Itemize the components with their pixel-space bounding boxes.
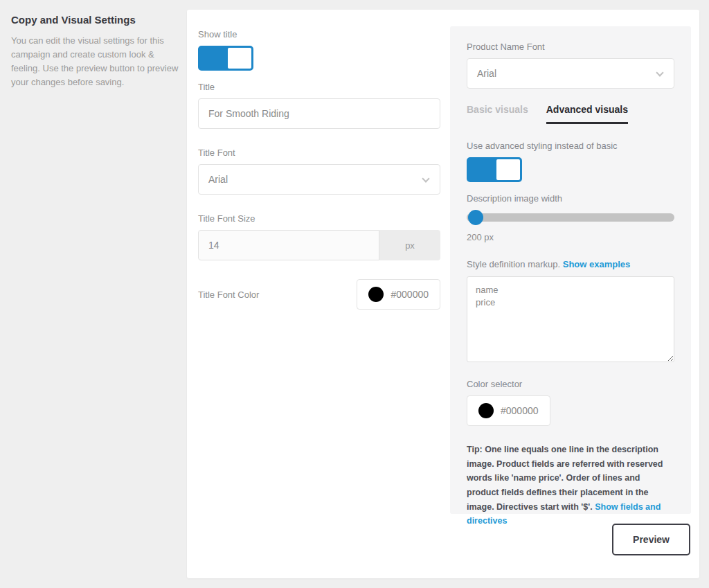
visuals-tabs: Basic visuals Advanced visuals [467, 104, 674, 124]
markup-label: Style definition markup. [467, 259, 560, 269]
advanced-visuals-panel: Product Name Font Arial Basic visuals Ad… [450, 26, 691, 514]
title-font-color-value: #000000 [391, 289, 429, 300]
title-font-color-picker[interactable]: #000000 [357, 279, 440, 310]
show-examples-link[interactable]: Show examples [563, 259, 631, 269]
tip-prefix: Tip: [467, 445, 483, 454]
description-image-width-label: Description image width [467, 193, 674, 204]
product-name-font-selected-value: Arial [477, 68, 496, 79]
intro-section: Copy and Visual Settings You can edit th… [11, 14, 181, 90]
title-font-color-row: Title Font Color #000000 [198, 279, 440, 310]
chevron-down-icon [422, 175, 429, 182]
slider-handle[interactable] [468, 210, 483, 225]
title-font-size-label: Title Font Size [198, 213, 440, 224]
tip-text: Tip: One line equals one line in the des… [467, 443, 674, 528]
title-font-selected-value: Arial [208, 174, 228, 185]
color-selector-picker[interactable]: #000000 [467, 395, 550, 426]
tab-advanced-visuals[interactable]: Advanced visuals [546, 104, 628, 124]
markup-textarea[interactable]: name price [467, 276, 674, 362]
page-title: Copy and Visual Settings [11, 14, 181, 26]
description-image-width-value: 200 px [467, 232, 674, 242]
color-selector-value: #000000 [501, 405, 539, 416]
product-name-font-select[interactable]: Arial [467, 58, 674, 89]
settings-card: Show title Title Title Font Arial Title … [187, 10, 699, 578]
title-font-label: Title Font [198, 148, 440, 158]
title-font-select[interactable]: Arial [198, 164, 440, 195]
title-font-size-unit: px [379, 230, 440, 260]
left-form-column: Show title Title Title Font Arial Title … [198, 29, 440, 310]
page-description: You can edit the visual settings for thi… [11, 34, 181, 90]
advanced-styling-toggle[interactable] [467, 157, 522, 182]
color-swatch-icon [478, 403, 494, 418]
toggle-knob [496, 159, 520, 180]
markup-label-row: Style definition markup. Show examples [467, 259, 674, 269]
chevron-down-icon [656, 69, 663, 76]
title-input[interactable] [198, 98, 440, 129]
advanced-styling-label: Use advanced styling instead of basic [467, 141, 674, 151]
product-name-font-label: Product Name Font [467, 42, 674, 52]
color-selector-label: Color selector [467, 379, 674, 389]
tab-basic-visuals[interactable]: Basic visuals [467, 104, 528, 124]
title-label: Title [198, 82, 440, 92]
title-font-size-input[interactable] [198, 230, 379, 260]
slider-track[interactable] [467, 213, 674, 222]
show-title-toggle[interactable] [198, 46, 253, 71]
title-font-color-label: Title Font Color [198, 289, 259, 300]
toggle-knob [228, 48, 251, 69]
title-font-size-control: px [198, 230, 440, 260]
preview-button[interactable]: Preview [612, 524, 690, 555]
color-swatch-icon [368, 287, 384, 302]
show-title-label: Show title [198, 29, 440, 39]
description-image-width-slider[interactable] [467, 210, 674, 225]
